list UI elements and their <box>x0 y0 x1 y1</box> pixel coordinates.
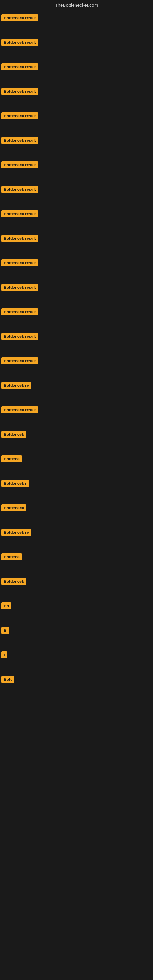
bottleneck-badge: Bottleneck result <box>1 64 38 70</box>
bottleneck-item-20: Bottleneck <box>0 501 153 526</box>
bottleneck-badge: B <box>1 627 9 634</box>
bottleneck-item-24: Bo <box>0 599 153 624</box>
bottleneck-badge: Bottleneck result <box>1 88 38 95</box>
bottleneck-item-7: Bottleneck result <box>0 183 153 207</box>
bottleneck-item-10: Bottleneck result <box>0 256 153 281</box>
bottleneck-badge: Bottleneck result <box>1 210 38 218</box>
bottleneck-badge: Bottleneck result <box>1 14 38 21</box>
bottleneck-item-21: Bottleneck re <box>0 526 153 550</box>
bottleneck-item-5: Bottleneck result <box>0 134 153 158</box>
bottleneck-item-12: Bottleneck result <box>0 305 153 330</box>
bottleneck-item-23: Bottleneck <box>0 575 153 599</box>
items-container: Bottleneck resultBottleneck resultBottle… <box>0 11 153 697</box>
bottleneck-badge: Bottleneck r <box>1 480 29 487</box>
bottleneck-badge: Bo <box>1 602 11 609</box>
bottleneck-badge: Bottleneck re <box>1 529 31 536</box>
bottleneck-badge: I <box>1 651 7 659</box>
bottleneck-badge: Bottleneck result <box>1 161 38 169</box>
site-title: TheBottlenecker.com <box>0 0 153 11</box>
bottleneck-badge: Bottleneck result <box>1 357 38 364</box>
bottleneck-badge: Bott <box>1 676 14 683</box>
bottleneck-badge: Bottleneck result <box>1 259 38 266</box>
bottleneck-item-13: Bottleneck result <box>0 330 153 354</box>
bottleneck-badge: Bottleneck result <box>1 406 38 414</box>
bottleneck-item-11: Bottleneck result <box>0 281 153 305</box>
bottleneck-badge: Bottleneck result <box>1 137 38 144</box>
bottleneck-item-4: Bottleneck result <box>0 109 153 134</box>
bottleneck-badge: Bottleneck <box>1 578 26 585</box>
bottleneck-badge: Bottleneck <box>1 431 26 438</box>
bottleneck-badge: Bottleneck result <box>1 112 38 119</box>
bottleneck-badge: Bottleneck result <box>1 309 38 315</box>
bottleneck-item-25: B <box>0 624 153 648</box>
bottleneck-badge: Bottlene <box>1 554 22 560</box>
bottleneck-item-18: Bottlene <box>0 452 153 477</box>
bottleneck-item-9: Bottleneck result <box>0 232 153 256</box>
bottleneck-item-8: Bottleneck result <box>0 207 153 232</box>
site-title-text: TheBottlenecker.com <box>55 2 98 8</box>
bottleneck-item-2: Bottleneck result <box>0 60 153 85</box>
bottleneck-item-27: I <box>0 648 153 673</box>
bottleneck-badge: Bottleneck result <box>1 186 38 193</box>
bottleneck-item-0: Bottleneck result <box>0 11 153 36</box>
bottleneck-item-15: Bottleneck re <box>0 379 153 403</box>
page-container: TheBottlenecker.com Bottleneck resultBot… <box>0 0 153 980</box>
bottleneck-item-16: Bottleneck result <box>0 403 153 428</box>
bottleneck-item-1: Bottleneck result <box>0 36 153 60</box>
bottleneck-badge: Bottleneck result <box>1 333 38 340</box>
bottleneck-badge: Bottleneck result <box>1 235 38 242</box>
bottleneck-item-14: Bottleneck result <box>0 354 153 379</box>
bottleneck-item-28: Bott <box>0 673 153 697</box>
bottleneck-item-6: Bottleneck result <box>0 158 153 183</box>
bottleneck-item-3: Bottleneck result <box>0 85 153 109</box>
bottleneck-badge: Bottlene <box>1 455 22 463</box>
bottleneck-badge: Bottleneck result <box>1 284 38 291</box>
bottleneck-item-22: Bottlene <box>0 550 153 575</box>
bottleneck-item-17: Bottleneck <box>0 428 153 452</box>
bottleneck-badge: Bottleneck result <box>1 39 38 46</box>
bottleneck-item-19: Bottleneck r <box>0 477 153 501</box>
bottleneck-badge: Bottleneck re <box>1 382 31 389</box>
bottleneck-badge: Bottleneck <box>1 504 26 511</box>
